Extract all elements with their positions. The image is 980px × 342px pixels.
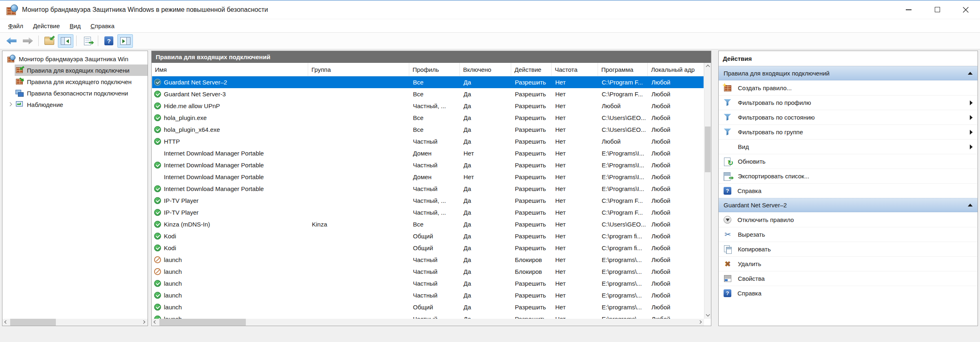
up-one-level-button[interactable] (42, 34, 57, 48)
menu-action[interactable]: Действие (28, 22, 65, 29)
toggle-action-pane-button[interactable] (117, 34, 133, 48)
cell-profile: Все (410, 112, 460, 124)
table-row[interactable]: HTTP Частный Да Разрешить Нет Любой Любо… (152, 135, 704, 147)
scroll-up-icon[interactable] (704, 63, 711, 70)
table-row[interactable]: launch Частный Да Блокиров Нет E:\progra… (152, 266, 704, 278)
scroll-right-icon[interactable] (141, 319, 148, 326)
table-row[interactable]: launch Частный Да Разрешить Нет E:\progr… (152, 313, 704, 319)
tree-item-root[interactable]: Монитор брандмауэра Защитника Win (2, 53, 148, 64)
action-properties[interactable]: Свойства (719, 271, 978, 286)
column-header[interactable]: Программа (598, 63, 648, 76)
action-cut[interactable]: Вырезать (719, 227, 978, 242)
action-delete[interactable]: Удалить (719, 256, 978, 271)
action-help[interactable]: Справка (719, 286, 978, 300)
cell-enabled: Да (460, 76, 512, 88)
maximize-button[interactable] (923, 0, 951, 19)
table-row[interactable]: Internet Download Manager Portable Домен… (152, 171, 704, 183)
column-header-label: Частота (555, 66, 578, 73)
export-list-button[interactable] (79, 34, 95, 48)
column-header[interactable]: Действие (511, 63, 552, 76)
column-header[interactable]: Частота (552, 63, 598, 76)
column-header[interactable]: Имя (152, 63, 308, 76)
cell-profile: Общий (410, 230, 460, 242)
action-filter-by-profile[interactable]: Фильтровать по профилю (719, 95, 978, 110)
column-header[interactable]: Включено (460, 63, 511, 76)
action-refresh[interactable]: Обновить (719, 154, 978, 169)
tree-item-label: Правила для исходящего подключен (27, 78, 132, 85)
cell-group (309, 266, 410, 278)
table-row[interactable]: launch Частный Да Блокиров Нет E:\progra… (152, 254, 704, 266)
table-row[interactable]: Internet Download Manager Portable Домен… (152, 147, 704, 159)
cell-name: Guardant Net Server–2 (152, 76, 309, 88)
action-create-rule[interactable]: Создать правило... (719, 80, 978, 95)
action-copy[interactable]: Копировать (719, 242, 978, 256)
action-filter-by-state[interactable]: Фильтровать по состоянию (719, 110, 978, 124)
table-row[interactable]: Kodi Общий Да Разрешить Нет C:\program f… (152, 230, 704, 242)
table-row[interactable]: launch Частный Да Разрешить Нет E:\progr… (152, 289, 704, 301)
close-button[interactable] (951, 0, 980, 19)
menu-view[interactable]: Вид (65, 22, 86, 29)
table-row[interactable]: launch Частный Да Разрешить Нет E:\progr… (152, 278, 704, 289)
action-item-label: Справка (737, 187, 761, 194)
collapse-icon[interactable] (968, 72, 973, 75)
scrollbar-thumb[interactable] (705, 127, 711, 172)
cell-name: HTTP (152, 135, 309, 147)
tree-horizontal-scrollbar[interactable] (2, 319, 148, 326)
cell-profile: Все (410, 76, 460, 88)
submenu-arrow-icon (970, 130, 973, 135)
table-row[interactable]: hola_plugin_x64.exe Все Да Разрешить Нет… (152, 124, 704, 135)
scrollbar-thumb[interactable] (10, 319, 56, 326)
toggle-console-tree-button[interactable] (58, 34, 73, 48)
table-row[interactable]: Guardant Net Server-3 Все Да Разрешить Н… (152, 88, 704, 100)
help-button[interactable] (101, 34, 117, 48)
tree-item[interactable]: Правила для входящих подключени (2, 64, 148, 76)
chevron-right-icon[interactable] (7, 90, 15, 96)
scroll-down-icon[interactable] (704, 312, 711, 319)
scrollbar-thumb[interactable] (159, 319, 246, 326)
column-header[interactable]: Локальный адр (648, 63, 704, 76)
list-vertical-scrollbar[interactable] (704, 63, 711, 319)
table-row[interactable]: launch Общий Да Разрешить Нет E:\program… (152, 301, 704, 313)
table-row[interactable]: Guardant Net Server–2 Все Да Разрешить Н… (152, 76, 704, 88)
table-row[interactable]: Hide.me allow UPnP Частный, ... Да Разре… (152, 100, 704, 112)
cell-local-address: Любой (648, 100, 704, 112)
list-horizontal-scrollbar[interactable] (152, 319, 704, 326)
table-row[interactable]: Kinza (mDNS-In) Kinza Все Да Разрешить Н… (152, 218, 704, 230)
actions-section-header[interactable]: Правила для входящих подключений (719, 66, 978, 80)
tree-item[interactable]: Правила для исходящего подключен (2, 76, 148, 87)
scroll-right-icon[interactable] (697, 319, 704, 326)
menu-file[interactable]: Файл (3, 22, 28, 29)
action-export-list[interactable]: Экспортировать список... (719, 169, 978, 183)
scroll-left-icon[interactable] (152, 319, 159, 326)
allow-rule-icon (154, 197, 161, 204)
collapse-icon[interactable] (968, 204, 973, 207)
table-row[interactable]: Internet Download Manager Portable Частн… (152, 159, 704, 171)
menu-help[interactable]: Справка (86, 22, 119, 29)
action-disable-rule[interactable]: Отключить правило (719, 212, 978, 227)
chevron-right-icon[interactable] (7, 102, 15, 107)
scroll-left-icon[interactable] (2, 319, 9, 326)
minimize-button[interactable] (894, 0, 923, 19)
chevron-right-icon[interactable] (7, 67, 15, 73)
tree-item[interactable]: Правила безопасности подключени (2, 87, 148, 99)
table-row[interactable]: Internet Download Manager Portable Частн… (152, 183, 704, 195)
action-filter-by-group[interactable]: Фильтровать по группе (719, 124, 978, 139)
table-row[interactable]: Kodi Общий Да Разрешить Нет C:\program f… (152, 242, 704, 254)
back-button[interactable] (4, 34, 19, 48)
actions-section-header[interactable]: Guardant Net Server–2 (719, 198, 978, 212)
cell-override: Нет (552, 313, 598, 319)
cell-group (309, 278, 410, 289)
forward-button[interactable] (20, 34, 35, 48)
table-row[interactable]: IP-TV Player Частный, ... Да Разрешить Н… (152, 195, 704, 207)
chevron-right-icon[interactable] (7, 79, 15, 84)
table-row[interactable]: hola_plugin.exe Все Да Разрешить Нет C:\… (152, 112, 704, 124)
action-help[interactable]: Справка (719, 183, 978, 198)
cell-group (309, 171, 410, 183)
column-header[interactable]: Профиль (409, 63, 460, 76)
action-view[interactable]: Вид (719, 139, 978, 154)
tree-item[interactable]: Наблюдение (2, 99, 148, 110)
cell-group (309, 183, 410, 195)
column-header[interactable]: Группа (308, 63, 409, 76)
table-row[interactable]: IP-TV Player Частный, ... Да Разрешить Н… (152, 207, 704, 218)
allow-rule-icon (154, 138, 161, 145)
